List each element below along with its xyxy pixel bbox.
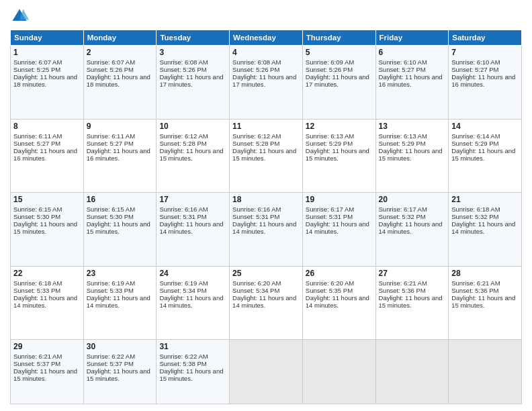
calendar-cell: 19 Sunrise: 6:17 AM Sunset: 5:31 PM Dayl… (302, 193, 375, 267)
sunrise-label: Sunrise: 6:11 AM (13, 132, 62, 140)
daylight-label: Daylight: 11 hours and 15 minutes. (379, 294, 443, 309)
day-number: 21 (451, 195, 519, 204)
daylight-label: Daylight: 11 hours and 15 minutes. (451, 147, 515, 162)
day-number: 31 (159, 342, 226, 351)
sunrise-label: Sunrise: 6:07 AM (13, 58, 62, 66)
sunrise-label: Sunrise: 6:20 AM (306, 279, 354, 287)
sunset-label: Sunset: 5:30 PM (13, 213, 60, 220)
sunset-label: Sunset: 5:34 PM (232, 287, 279, 294)
sunrise-label: Sunrise: 6:21 AM (379, 279, 427, 287)
calendar-cell: 30 Sunrise: 6:22 AM Sunset: 5:37 PM Dayl… (83, 340, 157, 404)
daylight-label: Daylight: 11 hours and 15 minutes. (159, 367, 223, 382)
calendar-cell: 31 Sunrise: 6:22 AM Sunset: 5:38 PM Dayl… (157, 340, 230, 404)
sunset-label: Sunset: 5:32 PM (451, 213, 498, 220)
day-number: 29 (13, 342, 81, 351)
sunset-label: Sunset: 5:26 PM (159, 66, 206, 73)
calendar-cell: 8 Sunrise: 6:11 AM Sunset: 5:27 PM Dayli… (11, 119, 84, 193)
day-number: 14 (451, 122, 519, 131)
daylight-label: Daylight: 11 hours and 14 minutes. (306, 294, 369, 309)
sunrise-label: Sunrise: 6:22 AM (87, 353, 135, 360)
daylight-label: Daylight: 11 hours and 15 minutes. (13, 367, 77, 382)
day-number: 7 (451, 48, 519, 57)
day-number: 1 (13, 48, 81, 57)
calendar-cell: 3 Sunrise: 6:08 AM Sunset: 5:26 PM Dayli… (157, 46, 230, 120)
day-number: 28 (451, 269, 519, 278)
day-number: 9 (87, 122, 154, 131)
page: SundayMondayTuesdayWednesdayThursdayFrid… (0, 0, 532, 411)
daylight-label: Daylight: 11 hours and 14 minutes. (13, 294, 77, 309)
sunrise-label: Sunrise: 6:20 AM (232, 279, 281, 287)
sunrise-label: Sunrise: 6:17 AM (379, 205, 427, 213)
sunset-label: Sunset: 5:34 PM (159, 287, 206, 294)
calendar-cell: 26 Sunrise: 6:20 AM Sunset: 5:35 PM Dayl… (302, 266, 375, 340)
sunrise-label: Sunrise: 6:12 AM (159, 132, 208, 140)
daylight-label: Daylight: 11 hours and 18 minutes. (87, 73, 150, 88)
calendar-cell: 4 Sunrise: 6:08 AM Sunset: 5:26 PM Dayli… (230, 46, 303, 120)
daylight-label: Daylight: 11 hours and 14 minutes. (232, 294, 296, 309)
daylight-label: Daylight: 11 hours and 15 minutes. (379, 147, 443, 162)
calendar-cell: 11 Sunrise: 6:12 AM Sunset: 5:28 PM Dayl… (230, 119, 303, 193)
col-header-friday: Friday (375, 30, 449, 46)
calendar-cell: 23 Sunrise: 6:19 AM Sunset: 5:33 PM Dayl… (83, 266, 157, 340)
calendar-cell: 22 Sunrise: 6:18 AM Sunset: 5:33 PM Dayl… (11, 266, 84, 340)
sunrise-label: Sunrise: 6:09 AM (306, 58, 354, 66)
sunset-label: Sunset: 5:26 PM (232, 66, 279, 73)
sunset-label: Sunset: 5:31 PM (232, 213, 279, 220)
logo (10, 7, 31, 26)
sunset-label: Sunset: 5:27 PM (13, 140, 60, 147)
sunrise-label: Sunrise: 6:15 AM (13, 205, 62, 213)
daylight-label: Daylight: 11 hours and 14 minutes. (159, 220, 223, 235)
calendar-cell (302, 340, 375, 404)
sunset-label: Sunset: 5:29 PM (306, 140, 353, 147)
sunset-label: Sunset: 5:26 PM (306, 66, 353, 73)
sunset-label: Sunset: 5:31 PM (306, 213, 353, 220)
sunset-label: Sunset: 5:29 PM (451, 140, 498, 147)
logo-icon (10, 7, 29, 26)
calendar-cell (375, 340, 449, 404)
calendar-cell: 14 Sunrise: 6:14 AM Sunset: 5:29 PM Dayl… (449, 119, 522, 193)
sunrise-label: Sunrise: 6:21 AM (451, 279, 500, 287)
calendar-cell: 24 Sunrise: 6:19 AM Sunset: 5:34 PM Dayl… (157, 266, 230, 340)
sunset-label: Sunset: 5:38 PM (159, 360, 206, 367)
day-number: 13 (379, 122, 446, 131)
col-header-saturday: Saturday (449, 30, 522, 46)
calendar-cell: 17 Sunrise: 6:16 AM Sunset: 5:31 PM Dayl… (157, 193, 230, 267)
day-number: 10 (159, 122, 226, 131)
sunrise-label: Sunrise: 6:16 AM (159, 205, 208, 213)
calendar-cell: 10 Sunrise: 6:12 AM Sunset: 5:28 PM Dayl… (157, 119, 230, 193)
daylight-label: Daylight: 11 hours and 14 minutes. (232, 220, 296, 235)
sunrise-label: Sunrise: 6:18 AM (451, 205, 500, 213)
daylight-label: Daylight: 11 hours and 14 minutes. (451, 220, 515, 235)
daylight-label: Daylight: 11 hours and 15 minutes. (306, 147, 369, 162)
calendar-cell: 18 Sunrise: 6:16 AM Sunset: 5:31 PM Dayl… (230, 193, 303, 267)
header (10, 7, 522, 26)
sunrise-label: Sunrise: 6:07 AM (87, 58, 135, 66)
day-number: 27 (379, 269, 446, 278)
sunset-label: Sunset: 5:37 PM (13, 360, 60, 367)
day-number: 16 (87, 195, 154, 204)
day-number: 12 (306, 122, 373, 131)
sunset-label: Sunset: 5:33 PM (13, 287, 60, 294)
day-number: 4 (232, 48, 300, 57)
calendar-cell: 28 Sunrise: 6:21 AM Sunset: 5:36 PM Dayl… (449, 266, 522, 340)
sunrise-label: Sunrise: 6:16 AM (232, 205, 281, 213)
sunset-label: Sunset: 5:36 PM (379, 287, 426, 294)
sunset-label: Sunset: 5:30 PM (87, 213, 134, 220)
daylight-label: Daylight: 11 hours and 16 minutes. (451, 73, 515, 88)
day-number: 20 (379, 195, 446, 204)
daylight-label: Daylight: 11 hours and 14 minutes. (87, 294, 150, 309)
daylight-label: Daylight: 11 hours and 17 minutes. (232, 73, 296, 88)
sunset-label: Sunset: 5:28 PM (232, 140, 279, 147)
daylight-label: Daylight: 11 hours and 15 minutes. (13, 220, 77, 235)
sunrise-label: Sunrise: 6:11 AM (87, 132, 135, 140)
sunrise-label: Sunrise: 6:10 AM (451, 58, 500, 66)
sunset-label: Sunset: 5:35 PM (306, 287, 353, 294)
col-header-sunday: Sunday (11, 30, 84, 46)
day-number: 22 (13, 269, 81, 278)
sunrise-label: Sunrise: 6:21 AM (13, 353, 62, 360)
daylight-label: Daylight: 11 hours and 16 minutes. (13, 147, 77, 162)
daylight-label: Daylight: 11 hours and 14 minutes. (159, 294, 223, 309)
daylight-label: Daylight: 11 hours and 15 minutes. (159, 147, 223, 162)
day-header-row: SundayMondayTuesdayWednesdayThursdayFrid… (11, 30, 522, 46)
day-number: 6 (379, 48, 446, 57)
